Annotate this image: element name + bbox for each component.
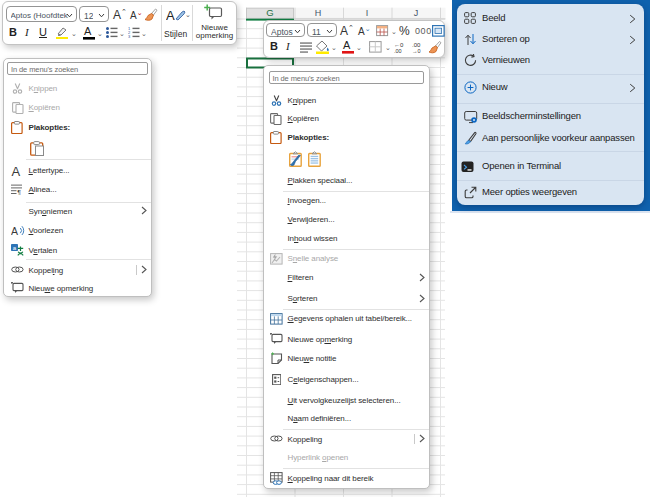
svg-text:G: G <box>266 7 273 18</box>
svg-text:I: I <box>366 8 369 18</box>
svg-text:→0: →0 <box>412 48 421 53</box>
svg-text:¶: ¶ <box>17 189 21 195</box>
svg-text:.00: .00 <box>394 48 402 53</box>
svg-text:H: H <box>315 8 322 18</box>
svg-text:J: J <box>414 8 419 18</box>
svg-text:A: A <box>166 8 175 23</box>
svg-text:3: 3 <box>128 34 131 38</box>
svg-text:A: A <box>11 225 18 236</box>
